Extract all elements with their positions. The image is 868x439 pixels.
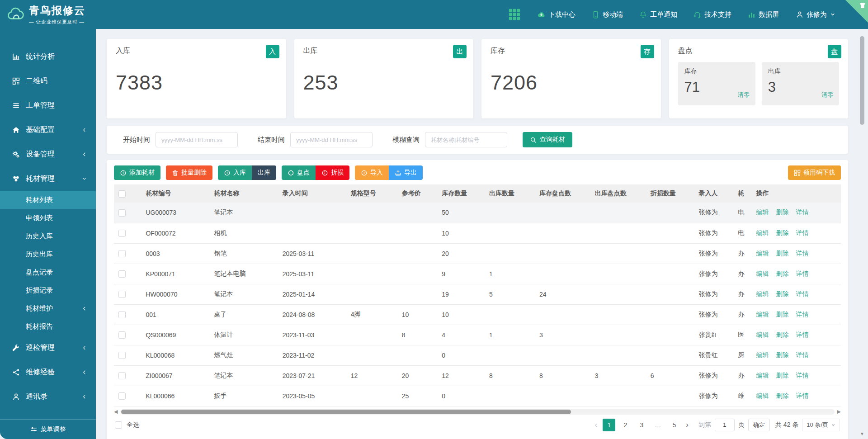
inventory-check-button[interactable]: 盘点 [282, 165, 316, 180]
row-checkbox[interactable] [118, 392, 126, 400]
nav-tech-support[interactable]: 技术支持 [693, 10, 731, 19]
edit-link[interactable]: 编辑 [756, 229, 769, 236]
delete-link[interactable]: 删除 [776, 250, 788, 257]
delete-link[interactable]: 删除 [776, 351, 788, 359]
edit-link[interactable]: 编辑 [756, 351, 769, 359]
edit-link[interactable]: 编辑 [756, 208, 769, 216]
delete-link[interactable]: 删除 [776, 311, 788, 318]
page-size-select[interactable]: 10 条/页 [802, 419, 840, 431]
loss-button[interactable]: 折损 [316, 165, 349, 180]
sidebar-item-request-list[interactable]: 申领列表 [0, 209, 96, 227]
delete-link[interactable]: 删除 [776, 229, 788, 236]
nav-data-screen[interactable]: 数据屏 [748, 10, 779, 19]
detail-link[interactable]: 详情 [796, 311, 808, 318]
header-checkbox[interactable] [118, 190, 126, 198]
sidebar-item-repair-experience[interactable]: 维修经验 [0, 360, 96, 384]
clear-to-zero-link[interactable]: 清零 [821, 91, 833, 99]
row-checkbox[interactable] [118, 352, 126, 359]
sidebar-item-consumable-mgmt[interactable]: 耗材管理 [0, 166, 96, 191]
start-time-input[interactable] [156, 132, 238, 147]
page-number-3[interactable]: 3 [635, 419, 648, 431]
page-number-1[interactable]: 1 [603, 419, 615, 431]
scroll-down-arrow-icon[interactable]: ▼ [859, 431, 865, 436]
outbound-button[interactable]: 出库 [252, 165, 276, 180]
delete-link[interactable]: 删除 [776, 270, 788, 277]
detail-link[interactable]: 详情 [796, 372, 808, 379]
goto-page-input[interactable] [715, 419, 735, 431]
vertical-scroll-thumb[interactable] [860, 36, 864, 125]
select-all-checkbox[interactable] [115, 421, 122, 429]
search-consumable-button[interactable]: 查询耗材 [523, 132, 572, 147]
sidebar-item-history-outbound[interactable]: 历史出库 [0, 245, 96, 263]
detail-link[interactable]: 详情 [796, 351, 808, 359]
edit-link[interactable]: 编辑 [756, 250, 769, 257]
edit-link[interactable]: 编辑 [756, 372, 769, 379]
edit-link[interactable]: 编辑 [756, 311, 769, 318]
detail-link[interactable]: 详情 [796, 250, 808, 257]
sidebar-item-check-records[interactable]: 盘点记录 [0, 263, 96, 281]
delete-link[interactable]: 删除 [776, 392, 788, 399]
next-page-button[interactable]: › [684, 420, 690, 430]
end-time-input[interactable] [290, 132, 373, 147]
sidebar-item-consumable-maintain[interactable]: 耗材维护 [0, 299, 96, 317]
edit-link[interactable]: 编辑 [756, 392, 769, 399]
sidebar-item-inspection-mgmt[interactable]: 巡检管理 [0, 335, 96, 360]
row-checkbox[interactable] [118, 250, 126, 257]
detail-link[interactable]: 详情 [796, 208, 808, 216]
sidebar-item-work-order-mgmt[interactable]: 工单管理 [0, 93, 96, 118]
row-checkbox[interactable] [118, 311, 126, 318]
page-number-2[interactable]: 2 [619, 419, 632, 431]
row-checkbox[interactable] [118, 291, 126, 298]
detail-link[interactable]: 详情 [796, 331, 808, 338]
pickup-code-download-button[interactable]: 领用码下载 [788, 165, 841, 180]
inbound-button[interactable]: 入库 [218, 165, 252, 180]
nav-download-center[interactable]: 下载中心 [538, 10, 576, 19]
detail-link[interactable]: 详情 [796, 229, 808, 236]
scroll-right-arrow-icon[interactable]: ▶ [837, 409, 841, 414]
row-checkbox[interactable] [118, 331, 126, 339]
sidebar-item-loss-records[interactable]: 折损记录 [0, 281, 96, 299]
sidebar-item-stats-analysis[interactable]: 统计分析 [0, 44, 96, 69]
delete-link[interactable]: 删除 [776, 372, 788, 379]
edit-link[interactable]: 编辑 [756, 290, 769, 297]
fuzzy-search-input[interactable] [425, 132, 507, 147]
edit-link[interactable]: 编辑 [756, 331, 769, 338]
detail-link[interactable]: 详情 [796, 270, 808, 277]
row-checkbox[interactable] [118, 230, 126, 237]
sidebar-item-base-config[interactable]: 基础配置 [0, 118, 96, 142]
clear-to-zero-link[interactable]: 清零 [738, 91, 750, 99]
theme-corner-button[interactable] [845, 0, 868, 23]
sidebar-item-contacts[interactable]: 通讯录 [0, 384, 96, 409]
apps-grid-icon[interactable] [509, 9, 520, 20]
horizontal-scroll-thumb[interactable] [121, 410, 571, 414]
detail-link[interactable]: 详情 [796, 392, 808, 399]
scroll-left-arrow-icon[interactable]: ◀ [114, 409, 118, 414]
sidebar-item-consumable-report[interactable]: 耗材报告 [0, 317, 96, 335]
row-checkbox[interactable] [118, 209, 126, 217]
prev-page-button[interactable]: ‹ [593, 420, 599, 430]
export-button[interactable]: 导出 [389, 165, 423, 180]
import-button[interactable]: 导入 [355, 165, 389, 180]
add-consumable-button[interactable]: 添加耗材 [114, 165, 160, 180]
detail-link[interactable]: 详情 [796, 290, 808, 297]
sidebar-item-consumable-list[interactable]: 耗材列表 [0, 191, 96, 209]
sidebar-item-history-inbound[interactable]: 历史入库 [0, 227, 96, 245]
horizontal-scroll-track[interactable] [120, 409, 834, 415]
row-checkbox[interactable] [118, 372, 126, 379]
confirm-page-button[interactable]: 确定 [748, 419, 770, 431]
row-checkbox[interactable] [118, 270, 126, 278]
nav-work-order-notice[interactable]: 工单通知 [639, 10, 677, 19]
page-number-5[interactable]: 5 [668, 419, 680, 431]
edit-link[interactable]: 编辑 [756, 270, 769, 277]
delete-link[interactable]: 删除 [776, 290, 788, 297]
vertical-scrollbar[interactable]: ▼ [859, 33, 865, 437]
sidebar-item-menu-adjust[interactable]: 菜单调整 [0, 419, 96, 439]
table-cell: KL000068 [141, 345, 209, 365]
sidebar-item-qrcode[interactable]: 二维码 [0, 69, 96, 93]
nav-mobile[interactable]: 移动端 [592, 10, 623, 19]
sidebar-item-device-mgmt[interactable]: 设备管理 [0, 142, 96, 166]
delete-link[interactable]: 删除 [776, 331, 788, 338]
user-menu[interactable]: 张修为 [796, 10, 835, 19]
delete-link[interactable]: 删除 [776, 208, 788, 216]
batch-delete-button[interactable]: 批量删除 [166, 165, 212, 180]
